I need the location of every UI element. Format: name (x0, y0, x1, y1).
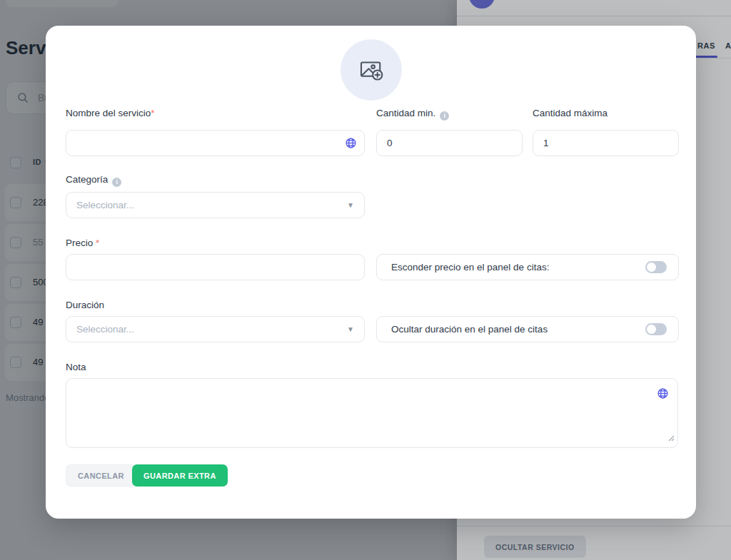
min-quantity-input[interactable] (376, 130, 523, 156)
chevron-down-icon: ▼ (347, 201, 354, 209)
translate-globe-icon[interactable] (657, 387, 669, 402)
upload-image-button[interactable] (341, 39, 402, 101)
save-extra-button[interactable]: GUARDAR EXTRA (132, 464, 228, 487)
service-name-input[interactable] (66, 130, 365, 156)
hide-price-label: Esconder precio en el panel de citas: (391, 262, 549, 273)
resize-handle-icon[interactable] (667, 432, 675, 444)
add-image-icon (356, 55, 386, 85)
hide-duration-label: Ocultar duración en el panel de citas (391, 324, 548, 335)
hide-price-row: Esconder precio en el panel de citas: (376, 254, 679, 280)
service-name-label: Nombre del servicio* (66, 108, 155, 118)
category-select[interactable]: Seleccionar... ▼ (66, 192, 365, 218)
max-quantity-input[interactable] (533, 130, 679, 156)
duration-placeholder: Seleccionar... (76, 324, 134, 335)
hide-duration-toggle[interactable] (645, 323, 667, 335)
required-asterisk: * (96, 238, 99, 248)
note-textarea[interactable] (66, 378, 678, 448)
cancel-button[interactable]: CANCELAR (66, 464, 136, 487)
chevron-down-icon: ▼ (347, 325, 354, 333)
hide-price-toggle[interactable] (645, 261, 667, 273)
max-quantity-label: Cantidad máxima (533, 108, 608, 118)
duration-label: Duración (66, 300, 104, 310)
info-icon[interactable]: i (440, 111, 449, 121)
toggle-knob (647, 325, 656, 334)
required-asterisk: * (151, 108, 154, 118)
hide-duration-row: Ocultar duración en el panel de citas (376, 316, 679, 342)
min-quantity-label: Cantidad min.i (376, 108, 449, 121)
price-label: Precio * (66, 238, 99, 248)
duration-select[interactable]: Seleccionar... ▼ (66, 316, 365, 342)
add-extra-modal: Nombre del servicio* Cantidad min.i Cant… (46, 26, 696, 519)
info-icon[interactable]: i (112, 178, 121, 187)
note-label: Nota (66, 362, 86, 372)
toggle-knob (647, 263, 656, 272)
category-placeholder: Seleccionar... (76, 200, 134, 210)
translate-globe-icon[interactable] (345, 137, 357, 152)
price-input[interactable] (66, 254, 365, 280)
category-label: Categoríai (66, 174, 121, 187)
